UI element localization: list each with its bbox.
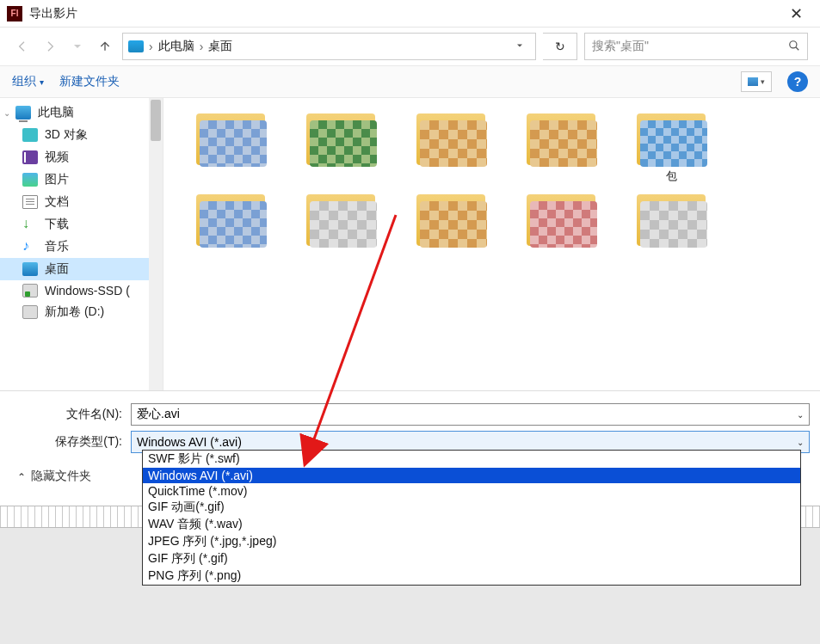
folder-item[interactable] (404, 113, 497, 184)
savetype-option-png-seq[interactable]: PNG 序列 (*.png) (143, 567, 800, 585)
breadcrumb-folder[interactable]: 桌面 (208, 39, 232, 54)
search-input[interactable]: 搜索"桌面" (584, 33, 808, 60)
savetype-option-gif-anim[interactable]: GIF 动画(*.gif) (143, 499, 800, 516)
folder-item[interactable] (404, 194, 497, 263)
sidebar-item-this-pc[interactable]: ⌄此电脑 (0, 101, 163, 124)
view-mode-button[interactable]: ▾ (741, 71, 772, 92)
back-button[interactable] (12, 36, 33, 57)
sidebar-item-windows-ssd[interactable]: Windows-SSD ( (0, 280, 163, 301)
up-button[interactable] (95, 36, 115, 57)
organize-menu[interactable]: 组织▾ (12, 74, 44, 89)
folder-item[interactable] (294, 113, 387, 184)
sidebar-item-3d-objects[interactable]: 3D 对象 (0, 124, 163, 146)
sidebar-item-new-volume-d[interactable]: 新加卷 (D:) (0, 301, 163, 323)
filename-dropdown-icon[interactable]: ⌄ (797, 410, 804, 420)
search-icon (788, 40, 800, 54)
titlebar: Fl 导出影片 ✕ (0, 0, 820, 28)
window-title: 导出影片 (29, 6, 779, 21)
chevron-down-icon: ⌄ (797, 438, 804, 447)
forward-button[interactable] (40, 36, 60, 57)
sidebar-item-pictures[interactable]: 图片 (0, 169, 163, 191)
close-button[interactable]: ✕ (779, 4, 813, 23)
sidebar-item-music[interactable]: 音乐 (0, 236, 163, 258)
folder-item[interactable] (294, 194, 387, 263)
folder-item[interactable] (184, 113, 277, 184)
sidebar-item-documents[interactable]: 文档 (0, 191, 163, 213)
save-panel: 文件名(N): 爱心.avi ⌄ 保存类型(T): Windows AVI (*… (0, 390, 820, 489)
savetype-option-gif-seq[interactable]: GIF 序列 (*.gif) (143, 550, 800, 567)
main-area: ⌄此电脑 3D 对象 视频 图片 文档 下载 音乐 桌面 Windows-SSD… (0, 98, 820, 390)
folder-item[interactable] (625, 194, 718, 263)
savetype-option-avi[interactable]: Windows AVI (*.avi) (143, 468, 800, 483)
savetype-dropdown-list: SWF 影片 (*.swf) Windows AVI (*.avi) Quick… (142, 450, 801, 586)
folder-item[interactable] (184, 194, 277, 263)
sidebar-scrollbar[interactable] (149, 98, 163, 390)
pc-icon (128, 40, 144, 52)
sidebar-item-downloads[interactable]: 下载 (0, 213, 163, 236)
folder-item[interactable] (515, 113, 607, 184)
navbar: › 此电脑 › 桌面 ↻ 搜索"桌面" (0, 28, 820, 65)
savetype-option-wav[interactable]: WAV 音频 (*.wav) (143, 516, 800, 533)
breadcrumb-sep: › (149, 40, 153, 53)
folder-item[interactable]: 包 (625, 113, 718, 184)
new-folder-button[interactable]: 新建文件夹 (59, 74, 120, 89)
toolbar: 组织▾ 新建文件夹 ▾ ? (0, 65, 820, 98)
breadcrumb-sep: › (200, 40, 204, 53)
svg-point-0 (790, 40, 797, 47)
recent-dropdown[interactable] (67, 36, 88, 57)
address-dropdown[interactable] (509, 40, 530, 53)
file-list: 包 (163, 98, 820, 390)
search-placeholder: 搜索"桌面" (592, 39, 649, 54)
savetype-option-jpeg-seq[interactable]: JPEG 序列 (*.jpg,*.jpeg) (143, 533, 800, 550)
app-icon: Fl (7, 6, 22, 21)
filename-input[interactable]: 爱心.avi ⌄ (131, 403, 810, 426)
savetype-label: 保存类型(T): (10, 434, 122, 450)
hide-folders-toggle[interactable]: 隐藏文件夹 (17, 469, 91, 484)
filename-label: 文件名(N): (10, 407, 122, 422)
savetype-option-swf[interactable]: SWF 影片 (*.swf) (143, 451, 800, 468)
sidebar-item-videos[interactable]: 视频 (0, 146, 163, 169)
address-bar[interactable]: › 此电脑 › 桌面 (122, 33, 536, 60)
sidebar-item-desktop[interactable]: 桌面 (0, 258, 163, 280)
sidebar: ⌄此电脑 3D 对象 视频 图片 文档 下载 音乐 桌面 Windows-SSD… (0, 98, 163, 390)
savetype-option-mov[interactable]: QuickTime (*.mov) (143, 483, 800, 499)
folder-item[interactable] (515, 194, 607, 263)
help-button[interactable]: ? (787, 71, 808, 92)
refresh-button[interactable]: ↻ (543, 33, 577, 60)
breadcrumb-root[interactable]: 此电脑 (158, 39, 194, 54)
